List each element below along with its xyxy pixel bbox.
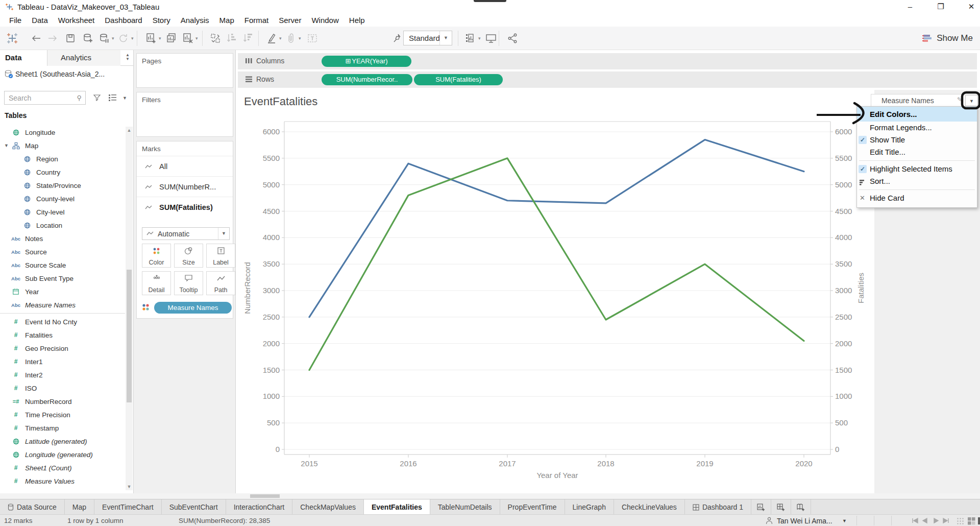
show-hide-cards-icon[interactable]	[463, 32, 478, 45]
tab-analytics[interactable]: Analytics	[47, 50, 120, 66]
field-latitude-generated-[interactable]: Latitude (generated)	[0, 435, 125, 448]
legend-menu-button[interactable]: ▼	[965, 95, 978, 106]
pages-card[interactable]: Pages	[136, 53, 233, 88]
chevron-down-icon[interactable]: ▾	[159, 36, 161, 41]
menu-worksheet[interactable]: Worksheet	[53, 14, 100, 27]
menu-item-format-legends-[interactable]: Format Legends...	[857, 122, 977, 134]
field-source-scale[interactable]: AbcSource Scale	[0, 258, 125, 272]
menu-story[interactable]: Story	[148, 14, 176, 27]
view-options-icon[interactable]	[108, 93, 117, 104]
menu-dashboard[interactable]: Dashboard	[100, 14, 147, 27]
attachment-icon[interactable]	[284, 32, 298, 45]
new-worksheet-icon[interactable]	[144, 32, 158, 45]
minimize-button[interactable]: –	[902, 1, 918, 12]
field-inter2[interactable]: #Inter2	[0, 368, 125, 381]
menu-item-sort-[interactable]: Sort...	[857, 175, 977, 187]
chevron-down-icon[interactable]: ▾	[279, 36, 282, 41]
path-button[interactable]: Path	[206, 271, 235, 295]
field-map[interactable]: ▼Map	[0, 139, 125, 152]
run-auto-updates-icon[interactable]	[116, 32, 131, 45]
chevron-down-icon[interactable]: ▾	[195, 36, 198, 41]
sort-ascending-icon[interactable]	[225, 32, 239, 45]
user-menu-caret[interactable]: ▼	[842, 518, 847, 523]
field-fatalities[interactable]: #Fatalities	[0, 328, 125, 342]
save-icon[interactable]	[63, 32, 78, 45]
menu-help[interactable]: Help	[344, 14, 370, 27]
menu-window[interactable]: Window	[306, 14, 344, 27]
datasource-row[interactable]: Sheet1 (Southeast-Asia_2...	[0, 66, 133, 83]
sheet-tab-checklinevalues[interactable]: CheckLineValues	[614, 499, 685, 515]
chevron-down-icon[interactable]: ▾	[299, 36, 301, 41]
search-input[interactable]: Search ⚲	[4, 91, 86, 105]
edit-legend-icon[interactable]: ✎	[957, 96, 962, 103]
sum-numberrecord-pill[interactable]: SUM(NumberRecor..	[322, 74, 412, 85]
menu-server[interactable]: Server	[274, 14, 306, 27]
field-longitude[interactable]: Longitude	[0, 126, 125, 139]
new-dashboard-button[interactable]	[771, 499, 791, 515]
field-numberrecord[interactable]: =#NumberRecord	[0, 395, 125, 408]
pane-collapse-icon[interactable]: ▲▼	[126, 53, 130, 61]
chevron-down-icon[interactable]: ▾	[478, 36, 481, 41]
redo-icon[interactable]	[45, 32, 60, 45]
story-navigation-icons[interactable]	[912, 517, 950, 525]
field-source[interactable]: AbcSource	[0, 245, 125, 258]
close-button[interactable]: ✕	[964, 1, 979, 12]
presentation-mode-icon[interactable]	[484, 32, 498, 45]
sheet-tab-interactionchart[interactable]: InteractionChart	[226, 499, 293, 515]
sheet-tab-dashboard-1[interactable]: Dashboard 1	[685, 499, 751, 515]
restore-button[interactable]: ❐	[933, 1, 948, 12]
new-worksheet-button[interactable]	[751, 499, 771, 515]
field-timestamp[interactable]: #Timestamp	[0, 421, 125, 435]
field-sub-event-type[interactable]: AbcSub Event Type	[0, 272, 125, 285]
sheet-tab-eventtimechart[interactable]: EventTimeChart	[94, 499, 162, 515]
field-longitude-generated-[interactable]: Longitude (generated)	[0, 448, 125, 461]
rows-shelf[interactable]: Rows SUM(NumberRecor.. SUM(Fatalities)	[238, 71, 977, 88]
sort-descending-icon[interactable]	[241, 32, 255, 45]
field-sheet1-count-[interactable]: #Sheet1 (Count)	[0, 461, 125, 474]
pin-icon[interactable]	[390, 32, 405, 45]
tooltip-button[interactable]: Tooltip	[174, 271, 203, 295]
menu-item-show-title[interactable]: ✓Show Title	[857, 134, 977, 146]
menu-analysis[interactable]: Analysis	[176, 14, 214, 27]
field-region[interactable]: Region	[0, 152, 125, 165]
show-me-button[interactable]: Show Me	[922, 31, 973, 46]
chevron-down-icon[interactable]: ▾	[131, 36, 134, 41]
field-state-province[interactable]: State/Province	[0, 179, 125, 192]
menu-item-highlight-selected-items[interactable]: ✓Highlight Selected Items	[857, 163, 977, 175]
field-measure-values[interactable]: #Measure Values	[0, 474, 125, 488]
year-pill[interactable]: ⊞YEAR(Year)	[322, 56, 411, 67]
sheet-tab-data-source[interactable]: Data Source	[0, 499, 65, 515]
columns-shelf[interactable]: Columns ⊞YEAR(Year)	[238, 53, 977, 69]
measure-names-pill[interactable]: Measure Names	[154, 302, 232, 314]
field-inter1[interactable]: #Inter1	[0, 355, 125, 368]
chevron-expanded-icon[interactable]: ▼	[4, 143, 9, 148]
label-button[interactable]: Label	[206, 244, 235, 268]
scroll-down-icon[interactable]: ▼	[126, 484, 132, 489]
field-notes[interactable]: AbcNotes	[0, 232, 125, 245]
sheet-tab-eventfatalities[interactable]: EventFatalities	[364, 499, 430, 515]
sheet-tab-checkmapvalues[interactable]: CheckMapValues	[292, 499, 364, 515]
field-list-scrollbar[interactable]: ▲ ▼	[126, 127, 133, 490]
undo-icon[interactable]	[29, 32, 43, 45]
clear-sheet-icon[interactable]	[181, 32, 195, 45]
field-year[interactable]: Year	[0, 285, 125, 298]
field-geo-precision[interactable]: #Geo Precision	[0, 342, 125, 355]
menu-format[interactable]: Format	[239, 14, 274, 27]
hscrollbar-thumb[interactable]	[250, 494, 280, 498]
marks-entry-sum-fatalities-[interactable]: SUM(Fatalities)	[137, 197, 233, 217]
field-location[interactable]: Location	[0, 219, 125, 232]
pause-auto-updates-icon[interactable]	[97, 32, 111, 45]
chevron-down-icon[interactable]: ▼	[439, 31, 452, 45]
field-time-precision[interactable]: #Time Precision	[0, 408, 125, 421]
field-event-id-no-cnty[interactable]: #Event Id No Cnty	[0, 315, 125, 328]
highlight-icon[interactable]	[264, 32, 279, 45]
menu-file[interactable]: File	[4, 14, 27, 27]
chevron-down-icon[interactable]: ▼	[122, 95, 127, 101]
scroll-up-icon[interactable]: ▲	[126, 128, 132, 133]
marks-entry-sum-numberr-[interactable]: SUM(NumberR...	[137, 176, 233, 197]
tab-data[interactable]: Data	[0, 50, 47, 66]
field-iso[interactable]: #ISO	[0, 381, 125, 395]
sheet-tab-tablenumdetails[interactable]: TableNumDetails	[430, 499, 500, 515]
chevron-down-icon[interactable]: ▼	[218, 228, 229, 240]
filters-card[interactable]: Filters	[136, 92, 233, 137]
